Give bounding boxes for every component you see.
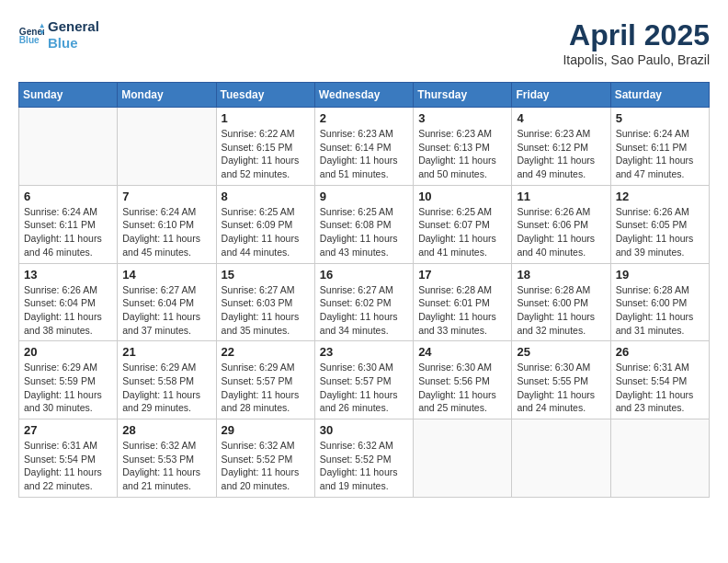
svg-marker-2 [40, 24, 44, 29]
calendar-cell: 3Sunrise: 6:23 AMSunset: 6:13 PMDaylight… [414, 108, 512, 186]
day-number: 20 [24, 345, 112, 359]
day-number: 2 [320, 111, 408, 125]
calendar-table: SundayMondayTuesdayWednesdayThursdayFrid… [18, 82, 710, 498]
day-number: 12 [616, 190, 704, 203]
logo-icon: General Blue [18, 22, 44, 48]
day-number: 22 [222, 345, 310, 359]
calendar-cell: 20Sunrise: 6:29 AMSunset: 5:59 PMDayligh… [19, 341, 118, 419]
day-number: 1 [222, 111, 310, 125]
day-header-saturday: Saturday [610, 83, 709, 108]
day-number: 14 [122, 268, 210, 282]
day-info: Sunrise: 6:27 AMSunset: 6:02 PMDaylight:… [320, 283, 408, 338]
calendar-cell: 26Sunrise: 6:31 AMSunset: 5:54 PMDayligh… [610, 341, 709, 419]
day-info: Sunrise: 6:25 AMSunset: 6:08 PMDaylight:… [320, 205, 408, 259]
day-info: Sunrise: 6:27 AMSunset: 6:04 PMDaylight:… [122, 283, 210, 338]
page-header: General Blue General Blue April 2025 Ita… [18, 18, 710, 67]
day-number: 29 [222, 423, 310, 437]
day-number: 16 [320, 268, 408, 282]
calendar-week-1: 1Sunrise: 6:22 AMSunset: 6:15 PMDaylight… [19, 108, 710, 186]
calendar-cell: 27Sunrise: 6:31 AMSunset: 5:54 PMDayligh… [19, 419, 118, 498]
day-info: Sunrise: 6:30 AMSunset: 5:55 PMDaylight:… [517, 361, 605, 415]
calendar-cell: 9Sunrise: 6:25 AMSunset: 6:08 PMDaylight… [314, 185, 413, 263]
day-info: Sunrise: 6:32 AMSunset: 5:53 PMDaylight:… [122, 439, 210, 493]
calendar-cell: 12Sunrise: 6:26 AMSunset: 6:05 PMDayligh… [610, 185, 709, 263]
day-header-tuesday: Tuesday [216, 83, 314, 108]
calendar-cell: 16Sunrise: 6:27 AMSunset: 6:02 PMDayligh… [314, 263, 413, 341]
day-info: Sunrise: 6:31 AMSunset: 5:54 PMDaylight:… [24, 439, 112, 493]
calendar-cell: 5Sunrise: 6:24 AMSunset: 6:11 PMDaylight… [610, 108, 709, 186]
day-number: 21 [122, 345, 210, 359]
calendar-cell: 13Sunrise: 6:26 AMSunset: 6:04 PMDayligh… [19, 263, 118, 341]
calendar-cell: 7Sunrise: 6:24 AMSunset: 6:10 PMDaylight… [118, 185, 216, 263]
month-title: April 2025 [563, 18, 710, 52]
day-number: 11 [517, 190, 605, 203]
day-info: Sunrise: 6:29 AMSunset: 5:58 PMDaylight:… [122, 361, 210, 415]
day-info: Sunrise: 6:26 AMSunset: 6:05 PMDaylight:… [616, 205, 704, 259]
calendar-cell: 19Sunrise: 6:28 AMSunset: 6:00 PMDayligh… [610, 263, 709, 341]
calendar-cell: 30Sunrise: 6:32 AMSunset: 5:52 PMDayligh… [314, 419, 413, 498]
day-number: 23 [320, 345, 408, 359]
location: Itapolis, Sao Paulo, Brazil [563, 52, 710, 67]
calendar-cell: 15Sunrise: 6:27 AMSunset: 6:03 PMDayligh… [216, 263, 314, 341]
day-number: 15 [222, 268, 310, 282]
day-info: Sunrise: 6:22 AMSunset: 6:15 PMDaylight:… [222, 127, 310, 181]
day-info: Sunrise: 6:32 AMSunset: 5:52 PMDaylight:… [222, 439, 310, 493]
day-info: Sunrise: 6:32 AMSunset: 5:52 PMDaylight:… [320, 439, 408, 493]
day-number: 7 [122, 190, 210, 203]
calendar-cell: 18Sunrise: 6:28 AMSunset: 6:00 PMDayligh… [512, 263, 610, 341]
day-info: Sunrise: 6:30 AMSunset: 5:56 PMDaylight:… [418, 361, 506, 415]
calendar-cell: 11Sunrise: 6:26 AMSunset: 6:06 PMDayligh… [512, 185, 610, 263]
day-number: 19 [616, 268, 704, 282]
day-info: Sunrise: 6:26 AMSunset: 6:04 PMDaylight:… [24, 283, 112, 338]
day-info: Sunrise: 6:24 AMSunset: 6:10 PMDaylight:… [122, 205, 210, 259]
day-number: 6 [24, 190, 112, 203]
day-number: 3 [418, 111, 506, 125]
calendar-week-4: 20Sunrise: 6:29 AMSunset: 5:59 PMDayligh… [19, 341, 710, 419]
calendar-cell: 1Sunrise: 6:22 AMSunset: 6:15 PMDaylight… [216, 108, 314, 186]
day-number: 5 [616, 111, 704, 125]
calendar-cell: 23Sunrise: 6:30 AMSunset: 5:57 PMDayligh… [314, 341, 413, 419]
day-number: 9 [320, 190, 408, 203]
day-number: 28 [122, 423, 210, 437]
day-info: Sunrise: 6:31 AMSunset: 5:54 PMDaylight:… [616, 361, 704, 415]
day-info: Sunrise: 6:28 AMSunset: 6:00 PMDaylight:… [517, 283, 605, 338]
day-info: Sunrise: 6:28 AMSunset: 6:01 PMDaylight:… [418, 283, 506, 338]
day-info: Sunrise: 6:24 AMSunset: 6:11 PMDaylight:… [24, 205, 112, 259]
calendar-week-2: 6Sunrise: 6:24 AMSunset: 6:11 PMDaylight… [19, 185, 710, 263]
calendar-cell: 28Sunrise: 6:32 AMSunset: 5:53 PMDayligh… [118, 419, 216, 498]
calendar-cell: 2Sunrise: 6:23 AMSunset: 6:14 PMDaylight… [314, 108, 413, 186]
day-info: Sunrise: 6:29 AMSunset: 5:57 PMDaylight:… [222, 361, 310, 415]
calendar-cell: 22Sunrise: 6:29 AMSunset: 5:57 PMDayligh… [216, 341, 314, 419]
day-info: Sunrise: 6:25 AMSunset: 6:07 PMDaylight:… [418, 205, 506, 259]
calendar-cell: 17Sunrise: 6:28 AMSunset: 6:01 PMDayligh… [414, 263, 512, 341]
day-number: 13 [24, 268, 112, 282]
day-number: 4 [517, 111, 605, 125]
day-info: Sunrise: 6:27 AMSunset: 6:03 PMDaylight:… [222, 283, 310, 338]
calendar-week-3: 13Sunrise: 6:26 AMSunset: 6:04 PMDayligh… [19, 263, 710, 341]
calendar-cell: 21Sunrise: 6:29 AMSunset: 5:58 PMDayligh… [118, 341, 216, 419]
day-info: Sunrise: 6:23 AMSunset: 6:13 PMDaylight:… [418, 127, 506, 181]
calendar-cell: 29Sunrise: 6:32 AMSunset: 5:52 PMDayligh… [216, 419, 314, 498]
logo-line1: General [48, 18, 99, 35]
calendar-cell [19, 108, 118, 186]
calendar-cell [118, 108, 216, 186]
day-header-sunday: Sunday [19, 83, 118, 108]
day-info: Sunrise: 6:26 AMSunset: 6:06 PMDaylight:… [517, 205, 605, 259]
calendar-cell: 24Sunrise: 6:30 AMSunset: 5:56 PMDayligh… [414, 341, 512, 419]
day-header-thursday: Thursday [414, 83, 512, 108]
day-number: 10 [418, 190, 506, 203]
calendar-cell [414, 419, 512, 498]
day-info: Sunrise: 6:28 AMSunset: 6:00 PMDaylight:… [616, 283, 704, 338]
calendar-cell [610, 419, 709, 498]
calendar-week-5: 27Sunrise: 6:31 AMSunset: 5:54 PMDayligh… [19, 419, 710, 498]
day-number: 8 [222, 190, 310, 203]
svg-text:Blue: Blue [19, 35, 40, 45]
calendar-cell: 6Sunrise: 6:24 AMSunset: 6:11 PMDaylight… [19, 185, 118, 263]
day-header-monday: Monday [118, 83, 216, 108]
day-header-wednesday: Wednesday [314, 83, 413, 108]
day-number: 25 [517, 345, 605, 359]
calendar-cell: 8Sunrise: 6:25 AMSunset: 6:09 PMDaylight… [216, 185, 314, 263]
day-number: 24 [418, 345, 506, 359]
calendar-cell [512, 419, 610, 498]
calendar-cell: 4Sunrise: 6:23 AMSunset: 6:12 PMDaylight… [512, 108, 610, 186]
